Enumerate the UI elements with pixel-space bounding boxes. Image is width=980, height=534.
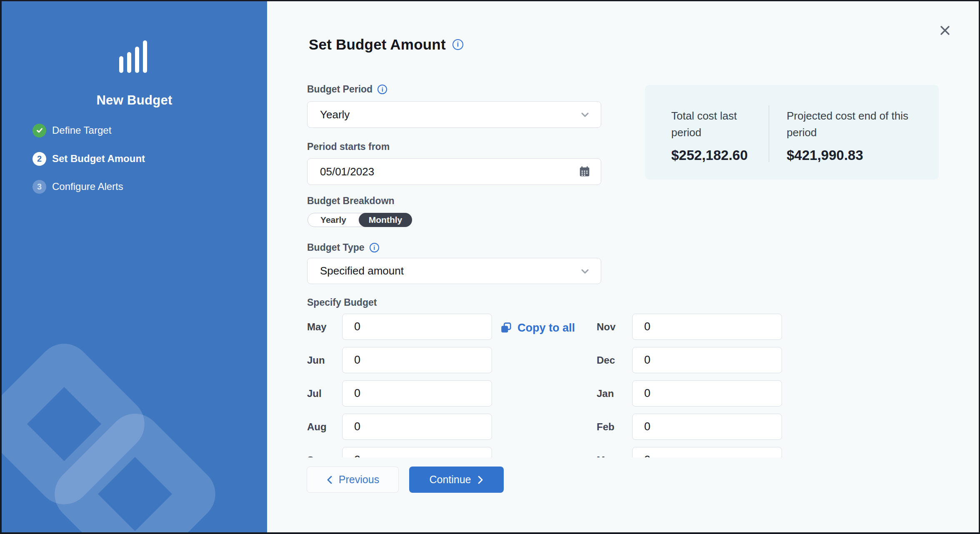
- budget-type-select[interactable]: Specified amount: [307, 258, 601, 284]
- month-label: Feb: [597, 421, 632, 433]
- summary-value: $252,182.60: [671, 147, 769, 163]
- month-row: Dec: [597, 347, 782, 373]
- period-start-date-value: 05/01/2023: [320, 165, 374, 178]
- month-row: Jan: [597, 380, 782, 407]
- step-number-badge: 3: [32, 180, 46, 194]
- month-row: Nov: [597, 314, 782, 340]
- month-row: Sep: [307, 447, 492, 457]
- specify-budget-label-row: Specify Budget: [307, 297, 377, 308]
- month-budget-list: May Jun Jul Aug Sep: [307, 312, 790, 457]
- copy-to-all-label: Copy to all: [518, 322, 575, 334]
- period-starts-label: Period starts from: [307, 141, 390, 152]
- month-budget-input[interactable]: [632, 380, 782, 407]
- budget-breakdown-toggle: Yearly Monthly: [308, 213, 412, 227]
- summary-label: Total cost last period: [671, 107, 769, 141]
- budget-period-label: Budget Period: [307, 84, 372, 95]
- previous-button-label: Previous: [339, 474, 379, 486]
- page-title: Set Budget Amount: [309, 36, 446, 53]
- step-configure-alerts[interactable]: 3 Configure Alerts: [32, 180, 123, 194]
- budget-type-label-row: Budget Type i: [307, 242, 379, 253]
- toggle-option-monthly[interactable]: Monthly: [359, 213, 412, 227]
- copy-to-all-button[interactable]: Copy to all: [500, 317, 575, 338]
- budget-type-value: Specified amount: [320, 265, 404, 277]
- chevron-left-icon: [326, 475, 333, 484]
- specify-budget-label: Specify Budget: [307, 297, 377, 308]
- month-budget-input[interactable]: [632, 314, 782, 340]
- toggle-option-yearly[interactable]: Yearly: [308, 213, 359, 227]
- new-budget-modal: New Budget Define Target 2 Set Budget Am…: [0, 0, 980, 534]
- month-label: Aug: [307, 421, 342, 433]
- step-label: Set Budget Amount: [52, 153, 145, 165]
- step-complete-check-icon: [32, 124, 46, 137]
- month-row: Aug: [307, 414, 492, 440]
- month-budget-input[interactable]: [342, 380, 492, 407]
- info-icon[interactable]: i: [370, 243, 379, 252]
- step-label: Configure Alerts: [52, 181, 123, 192]
- month-budget-input[interactable]: [342, 447, 492, 457]
- budget-period-value: Yearly: [320, 108, 350, 121]
- modal-body: Set Budget Amount i Budget Period i Year…: [267, 1, 979, 532]
- period-starts-label-row: Period starts from: [307, 141, 390, 152]
- continue-button-label: Continue: [429, 474, 471, 486]
- previous-button[interactable]: Previous: [307, 467, 399, 493]
- budget-breakdown-label: Budget Breakdown: [307, 195, 395, 207]
- month-row: May: [307, 314, 492, 340]
- month-budget-input[interactable]: [632, 414, 782, 440]
- info-icon[interactable]: i: [378, 85, 387, 94]
- chevron-down-icon: [579, 265, 591, 277]
- budget-period-select[interactable]: Yearly: [307, 101, 601, 128]
- month-label: Jan: [597, 388, 632, 399]
- step-number-badge: 2: [32, 152, 46, 166]
- month-budget-input[interactable]: [342, 414, 492, 440]
- close-button[interactable]: [936, 21, 954, 40]
- summary-value: $421,990.83: [787, 147, 927, 163]
- bar-chart-logo-icon: [119, 40, 151, 73]
- month-row: Jun: [307, 347, 492, 373]
- cost-summary-panel: Total cost last period $252,182.60 Proje…: [645, 85, 939, 180]
- period-start-date-input[interactable]: 05/01/2023: [307, 158, 601, 185]
- chevron-right-icon: [477, 475, 484, 484]
- month-label: Jul: [307, 388, 342, 399]
- summary-label: Projected cost end of this period: [787, 107, 927, 141]
- month-label: Mar: [597, 454, 632, 458]
- wizard-sidebar: New Budget Define Target 2 Set Budget Am…: [2, 1, 267, 532]
- projected-cost-end-period: Projected cost end of this period $421,9…: [769, 85, 939, 180]
- chevron-down-icon: [579, 109, 591, 120]
- wizard-title: New Budget: [2, 93, 267, 108]
- month-label: May: [307, 321, 342, 333]
- budget-breakdown-label-row: Budget Breakdown: [307, 195, 395, 207]
- continue-button[interactable]: Continue: [409, 467, 504, 493]
- calendar-icon[interactable]: [578, 165, 591, 178]
- step-define-target[interactable]: Define Target: [32, 123, 111, 137]
- month-row: Feb: [597, 414, 782, 440]
- copy-icon: [500, 322, 512, 334]
- info-icon[interactable]: i: [452, 39, 463, 50]
- close-icon: [940, 25, 950, 36]
- month-row: Jul: [307, 380, 492, 407]
- month-row: Mar: [597, 447, 782, 457]
- month-budget-input[interactable]: [632, 447, 782, 457]
- month-budget-input[interactable]: [342, 347, 492, 373]
- step-set-budget-amount[interactable]: 2 Set Budget Amount: [32, 152, 145, 166]
- month-label: Dec: [597, 354, 632, 366]
- month-label: Sep: [307, 454, 342, 458]
- month-label: Nov: [597, 321, 632, 333]
- month-budget-input[interactable]: [342, 314, 492, 340]
- budget-period-label-row: Budget Period i: [307, 84, 387, 95]
- page-header: Set Budget Amount i: [309, 36, 463, 53]
- total-cost-last-period: Total cost last period $252,182.60: [645, 85, 769, 180]
- budget-type-label: Budget Type: [307, 242, 365, 253]
- step-label: Define Target: [52, 125, 111, 136]
- month-label: Jun: [307, 354, 342, 366]
- month-budget-input[interactable]: [632, 347, 782, 373]
